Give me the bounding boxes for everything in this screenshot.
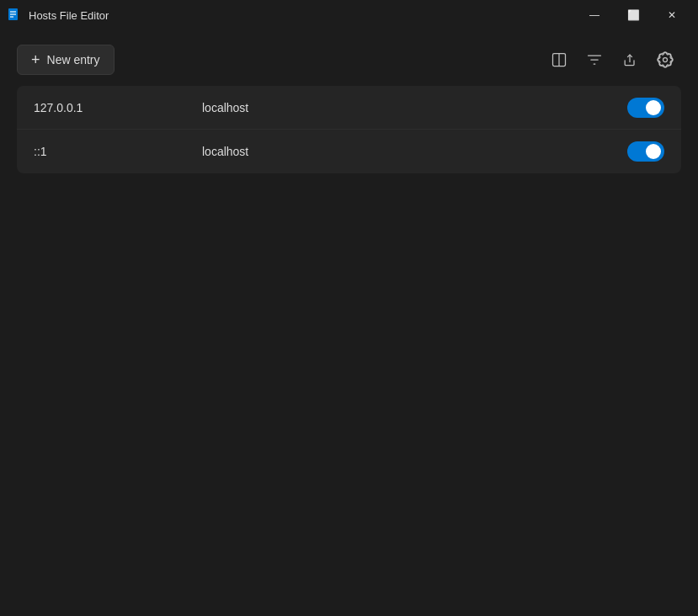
export-button[interactable]	[614, 44, 646, 76]
panel-icon	[551, 51, 567, 68]
app-title: Hosts File Editor	[29, 9, 109, 22]
toggle-track-2	[627, 141, 664, 162]
table-row: ::1 localhost	[17, 130, 681, 173]
title-bar-left: Hosts File Editor	[7, 8, 109, 23]
toggle-track-1	[627, 98, 664, 118]
toolbar-right-icons	[543, 44, 681, 76]
svg-point-8	[663, 58, 668, 62]
hosts-list: 127.0.0.1 localhost ::1 localhost	[17, 86, 681, 173]
toggle-thumb-2	[646, 144, 661, 159]
maximize-button[interactable]: ⬜	[614, 0, 653, 30]
toolbar: + New entry	[0, 30, 698, 86]
table-row: 127.0.0.1 localhost	[17, 86, 681, 130]
minimize-button[interactable]: —	[575, 0, 614, 30]
new-entry-label: New entry	[47, 53, 100, 66]
entry-host-1: localhost	[202, 101, 627, 114]
new-entry-button[interactable]: + New entry	[17, 45, 115, 75]
app-icon	[7, 8, 22, 23]
title-bar: Hosts File Editor — ⬜ ✕	[0, 0, 698, 30]
filter-icon	[586, 51, 603, 68]
entry-ip-2: ::1	[34, 145, 202, 158]
settings-icon	[657, 51, 674, 68]
panel-button[interactable]	[543, 44, 575, 76]
window-controls[interactable]: — ⬜ ✕	[575, 0, 691, 30]
toggle-thumb-1	[646, 100, 661, 115]
export-icon	[621, 51, 638, 68]
close-button[interactable]: ✕	[653, 0, 691, 30]
entry-toggle-1[interactable]	[627, 98, 664, 118]
plus-icon: +	[31, 52, 40, 67]
settings-button[interactable]	[649, 44, 681, 76]
filter-button[interactable]	[578, 44, 610, 76]
entry-toggle-2[interactable]	[627, 141, 664, 162]
entry-ip-1: 127.0.0.1	[34, 101, 202, 114]
entry-host-2: localhost	[202, 145, 627, 158]
